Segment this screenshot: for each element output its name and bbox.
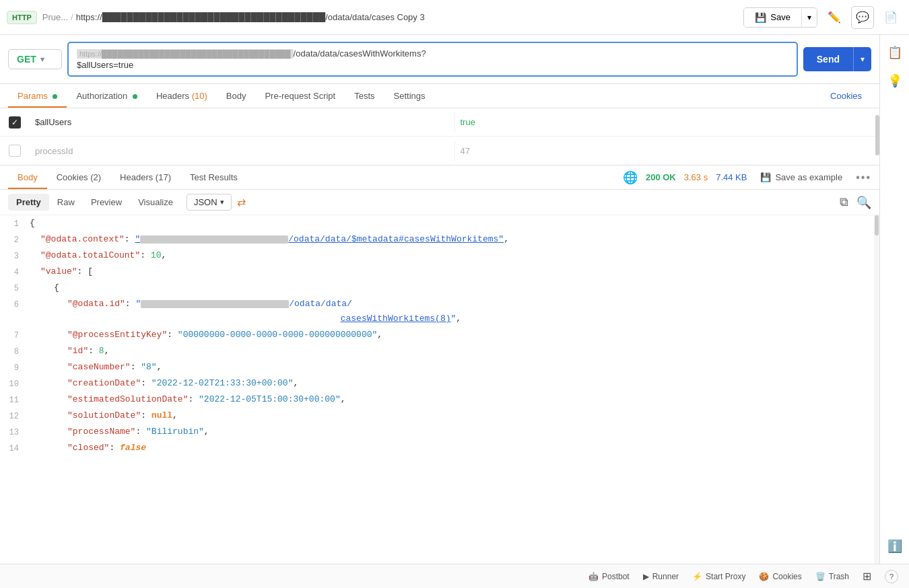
fmt-tab-pretty[interactable]: Pretty bbox=[8, 194, 49, 211]
comment-icon-button[interactable]: 💬 bbox=[851, 6, 874, 29]
resp-tab-cookies[interactable]: Cookies (2) bbox=[47, 166, 110, 189]
code-line-1: 1 { bbox=[0, 215, 879, 231]
code-line-14: 14 "closed": false bbox=[0, 440, 879, 456]
copy-icon-button[interactable]: 📄 bbox=[879, 6, 902, 29]
status-code: 200 OK bbox=[646, 172, 676, 182]
auth-dot bbox=[133, 94, 137, 99]
send-dropdown-button[interactable]: ▾ bbox=[853, 47, 871, 71]
response-body[interactable]: 1 { 2 "@odata.context": "/odata/data/$me… bbox=[0, 215, 879, 564]
trash-icon: 🗑️ bbox=[815, 572, 826, 581]
code-line-9: 9 "caseNumber": "8", bbox=[0, 359, 879, 375]
breadcrumb-sep: / bbox=[71, 12, 73, 22]
send-button-group: Send ▾ bbox=[803, 47, 871, 71]
help-button[interactable]: ? bbox=[885, 570, 898, 583]
response-time: 3.63 s bbox=[684, 172, 708, 182]
code-line-7: 7 "@processEntityKey": "00000000-0000-00… bbox=[0, 327, 879, 343]
tab-settings[interactable]: Settings bbox=[384, 84, 435, 108]
postbot-icon: 🤖 bbox=[588, 572, 599, 581]
code-actions: ⧉ 🔍 bbox=[840, 195, 871, 210]
fmt-tab-visualize[interactable]: Visualize bbox=[130, 194, 181, 211]
format-dropdown-icon: ▾ bbox=[220, 198, 224, 207]
method-dropdown-icon: ▾ bbox=[40, 55, 44, 64]
param-1-checkbox[interactable]: ✓ bbox=[9, 116, 21, 128]
url-params-line: $allUsers=true bbox=[77, 60, 788, 70]
right-sidebar: 📋 💡 ℹ️ bbox=[879, 35, 909, 564]
response-size: 7.44 KB bbox=[716, 172, 747, 182]
code-line-13: 13 "processName": "Bilirubin", bbox=[0, 424, 879, 440]
format-select[interactable]: JSON ▾ bbox=[187, 194, 232, 211]
format-tabs-bar: Pretty Raw Preview Visualize JSON ▾ ⇄ ⧉ … bbox=[0, 190, 879, 215]
proxy-icon: ⚡ bbox=[692, 572, 702, 581]
code-line-10: 10 "creationDate": "2022-12-02T21:33:30+… bbox=[0, 375, 879, 392]
edit-icon-button[interactable]: ✏️ bbox=[823, 6, 846, 29]
more-options-button[interactable]: ••• bbox=[856, 172, 871, 184]
request-tabs-bar: Params Authorization Headers (10) Body P… bbox=[0, 84, 879, 108]
code-line-12: 12 "solutionDate": null, bbox=[0, 408, 879, 424]
tab-headers[interactable]: Headers (10) bbox=[147, 84, 217, 108]
runner-icon: ▶ bbox=[643, 572, 649, 581]
tab-authorization[interactable]: Authorization bbox=[67, 84, 147, 108]
copy-response-button[interactable]: ⧉ bbox=[840, 195, 848, 210]
save-dropdown-button[interactable]: ▾ bbox=[801, 9, 817, 26]
save-button[interactable]: 💾 Save bbox=[744, 8, 801, 27]
param-2-key: processId bbox=[30, 139, 454, 163]
params-scrollbar[interactable] bbox=[875, 115, 879, 155]
breadcrumb: Prue... / https://██████████████████████… bbox=[42, 12, 739, 22]
code-line-6: 6 "@odata.id": "/odata/data/ casesWithWo… bbox=[0, 296, 879, 327]
params-dot bbox=[53, 94, 57, 99]
save-button-group: 💾 Save ▾ bbox=[743, 7, 817, 28]
save-icon: 💾 bbox=[760, 172, 771, 182]
tab-params[interactable]: Params bbox=[8, 84, 67, 108]
breadcrumb-url: https://████████████████████████████████… bbox=[76, 12, 739, 22]
param-1-value: true bbox=[455, 110, 880, 134]
postbot-button[interactable]: 🤖 Postbot bbox=[588, 572, 630, 581]
code-line-3: 3 "@odata.totalCount": 10, bbox=[0, 248, 879, 264]
resp-tab-test-results[interactable]: Test Results bbox=[180, 166, 247, 189]
cookies-link[interactable]: Cookies bbox=[821, 84, 871, 108]
response-status: 🌐 200 OK 3.63 s 7.44 KB 💾 Save as exampl… bbox=[623, 170, 871, 185]
globe-warning-icon: 🌐 bbox=[623, 170, 638, 185]
url-input[interactable]: https://████████████████████████████████… bbox=[67, 42, 798, 77]
trash-button[interactable]: 🗑️ Trash bbox=[815, 572, 849, 581]
send-button[interactable]: Send bbox=[803, 47, 853, 71]
fmt-tab-raw[interactable]: Raw bbox=[49, 194, 83, 211]
http-badge: HTTP bbox=[7, 11, 37, 24]
url-bar: GET ▾ https://██████████████████████████… bbox=[0, 35, 879, 84]
tab-body[interactable]: Body bbox=[217, 84, 256, 108]
save-example-button[interactable]: 💾 Save as example bbox=[755, 170, 848, 185]
cookies-icon: 🍪 bbox=[759, 572, 769, 581]
param-row-1: ✓ $allUsers true bbox=[0, 108, 879, 137]
response-tabs-bar: Body Cookies (2) Headers (17) Test Resul… bbox=[0, 166, 879, 190]
params-table: ✓ $allUsers true processId 47 bbox=[0, 108, 879, 166]
code-line-8: 8 "id": 8, bbox=[0, 343, 879, 359]
sidebar-suggestions-icon[interactable]: 💡 bbox=[884, 70, 906, 91]
param-2-checkbox[interactable] bbox=[9, 145, 21, 157]
code-scrollbar-thumb[interactable] bbox=[875, 215, 879, 235]
resp-tab-headers[interactable]: Headers (17) bbox=[110, 166, 180, 189]
start-proxy-button[interactable]: ⚡ Start Proxy bbox=[692, 572, 745, 581]
bottom-bar: 🤖 Postbot ▶ Runner ⚡ Start Proxy 🍪 Cooki… bbox=[0, 564, 909, 588]
code-line-5: 5 { bbox=[0, 280, 879, 296]
save-icon: 💾 bbox=[755, 12, 766, 23]
grid-button[interactable]: ⊞ bbox=[863, 570, 871, 583]
sidebar-info-icon[interactable]: ℹ️ bbox=[884, 536, 906, 557]
wrap-lines-button[interactable]: ⇄ bbox=[237, 196, 246, 209]
param-1-key: $allUsers bbox=[30, 110, 454, 134]
cookies-bottom-button[interactable]: 🍪 Cookies bbox=[759, 572, 801, 581]
runner-button[interactable]: ▶ Runner bbox=[643, 572, 679, 581]
param-row-2: processId 47 bbox=[0, 137, 879, 165]
code-line-4: 4 "value": [ bbox=[0, 264, 879, 280]
resp-tab-body[interactable]: Body bbox=[8, 166, 47, 189]
code-line-2: 2 "@odata.context": "/odata/data/$metada… bbox=[0, 231, 879, 248]
param-2-value: 47 bbox=[455, 139, 880, 163]
tab-tests[interactable]: Tests bbox=[345, 84, 384, 108]
fmt-tab-preview[interactable]: Preview bbox=[83, 194, 130, 211]
method-select[interactable]: GET ▾ bbox=[8, 49, 62, 69]
search-response-button[interactable]: 🔍 bbox=[856, 195, 871, 210]
tab-prerequest[interactable]: Pre-request Script bbox=[255, 84, 345, 108]
code-line-11: 11 "estimatedSolutionDate": "2022-12-05T… bbox=[0, 392, 879, 408]
breadcrumb-name[interactable]: Prue... bbox=[42, 12, 68, 22]
sidebar-clipboard-icon[interactable]: 📋 bbox=[884, 42, 906, 63]
